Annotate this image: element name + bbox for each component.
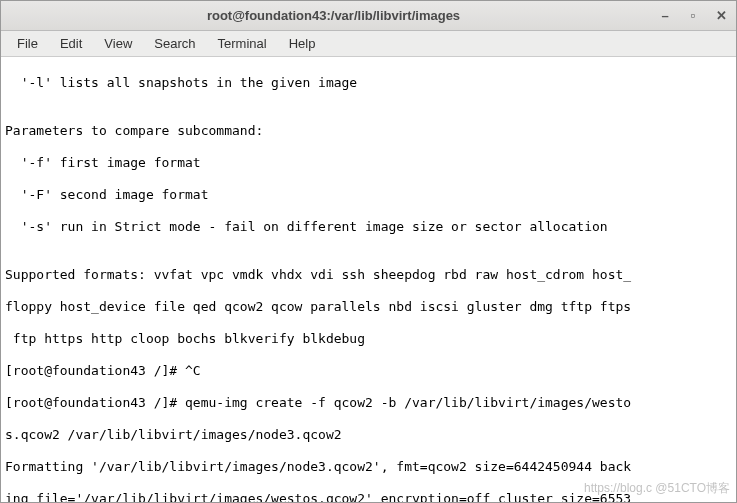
maximize-button[interactable]: ▫ bbox=[686, 9, 700, 23]
terminal-line: ftp https http cloop bochs blkverify blk… bbox=[5, 331, 732, 347]
terminal-line: floppy host_device file qed qcow2 qcow p… bbox=[5, 299, 732, 315]
menubar: File Edit View Search Terminal Help bbox=[1, 31, 736, 57]
minimize-button[interactable]: – bbox=[658, 9, 672, 23]
terminal-line: Supported formats: vvfat vpc vmdk vhdx v… bbox=[5, 267, 732, 283]
terminal-line: '-l' lists all snapshots in the given im… bbox=[5, 75, 732, 91]
terminal-line: '-F' second image format bbox=[5, 187, 732, 203]
menu-search[interactable]: Search bbox=[144, 33, 205, 54]
terminal-output[interactable]: '-l' lists all snapshots in the given im… bbox=[1, 57, 736, 502]
terminal-line: Parameters to compare subcommand: bbox=[5, 123, 732, 139]
menu-edit[interactable]: Edit bbox=[50, 33, 92, 54]
terminal-line: '-s' run in Strict mode - fail on differ… bbox=[5, 219, 732, 235]
watermark: https://blog.c @51CTO博客 bbox=[584, 480, 730, 496]
menu-file[interactable]: File bbox=[7, 33, 48, 54]
menu-help[interactable]: Help bbox=[279, 33, 326, 54]
terminal-line: '-f' first image format bbox=[5, 155, 732, 171]
terminal-line: s.qcow2 /var/lib/libvirt/images/node3.qc… bbox=[5, 427, 732, 443]
terminal-line: [root@foundation43 /]# qemu-img create -… bbox=[5, 395, 732, 411]
menu-terminal[interactable]: Terminal bbox=[208, 33, 277, 54]
menu-view[interactable]: View bbox=[94, 33, 142, 54]
close-button[interactable]: ✕ bbox=[714, 9, 728, 23]
terminal-line: Formatting '/var/lib/libvirt/images/node… bbox=[5, 459, 732, 475]
window-controls: – ▫ ✕ bbox=[658, 9, 728, 23]
terminal-line: [root@foundation43 /]# ^C bbox=[5, 363, 732, 379]
titlebar: root@foundation43:/var/lib/libvirt/image… bbox=[1, 1, 736, 31]
window-title: root@foundation43:/var/lib/libvirt/image… bbox=[9, 8, 658, 23]
